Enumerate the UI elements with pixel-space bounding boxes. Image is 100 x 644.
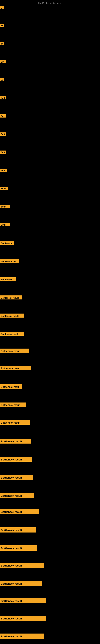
bottleneck-label-16: Bottleneck r: [0, 277, 16, 281]
bottleneck-label-2: Bo: [0, 24, 4, 27]
site-title: TheBottlenecker.com: [38, 2, 62, 5]
bottleneck-label-9: Bott: [0, 150, 6, 154]
bottleneck-label-14: Bottleneck: [0, 241, 14, 245]
bottleneck-label-19: Bottleneck result: [0, 332, 24, 336]
bottleneck-label-31: Bottleneck result: [0, 546, 37, 550]
bottleneck-label-11: Bottle: [0, 187, 8, 190]
bottleneck-label-23: Bottleneck result: [0, 402, 26, 407]
bottleneck-label-34: Bottleneck result: [0, 598, 46, 603]
bottleneck-label-28: Bottleneck result: [0, 493, 34, 498]
bottleneck-label-5: Bo: [0, 78, 4, 81]
bottleneck-label-25: Bottleneck result: [0, 439, 31, 444]
bottleneck-label-33: Bottleneck result: [0, 581, 42, 586]
bottleneck-label-20: Bottleneck result: [0, 348, 29, 353]
bottleneck-label-6: Bott: [0, 96, 6, 100]
bottleneck-label-32: Bottleneck result: [0, 563, 44, 568]
bottleneck-label-10: Bott: [0, 169, 7, 172]
bottleneck-label-12: Bottle: [0, 205, 10, 208]
bottleneck-label-4: Bot: [0, 60, 6, 63]
bottleneck-label-30: Bottleneck result: [0, 527, 36, 532]
bottleneck-label-3: Bo: [0, 42, 4, 45]
bottleneck-label-13: Bottle: [0, 223, 10, 226]
bottleneck-label-8: Bott: [0, 132, 6, 136]
bottleneck-label-26: Bottleneck result: [0, 457, 32, 462]
bottleneck-label-36: Bottleneck result: [0, 634, 44, 639]
bottleneck-label-18: Bottleneck result: [0, 314, 24, 318]
bottleneck-label-17: Bottleneck result: [0, 296, 22, 300]
bottleneck-label-27: Bottleneck result: [0, 475, 33, 480]
bottleneck-label-21: Bottleneck result: [0, 366, 31, 370]
bottleneck-label-35: Bottleneck result: [0, 616, 46, 621]
bottleneck-label-24: Bottleneck result: [0, 420, 30, 425]
bottleneck-label-7: Bot: [0, 114, 6, 118]
bottleneck-label-29: Bottleneck result: [0, 509, 39, 514]
bottleneck-label-22: Bottleneck resu: [0, 384, 22, 389]
bottleneck-label-1: B: [0, 6, 3, 9]
bottleneck-label-15: Bottleneck resu: [0, 259, 19, 263]
